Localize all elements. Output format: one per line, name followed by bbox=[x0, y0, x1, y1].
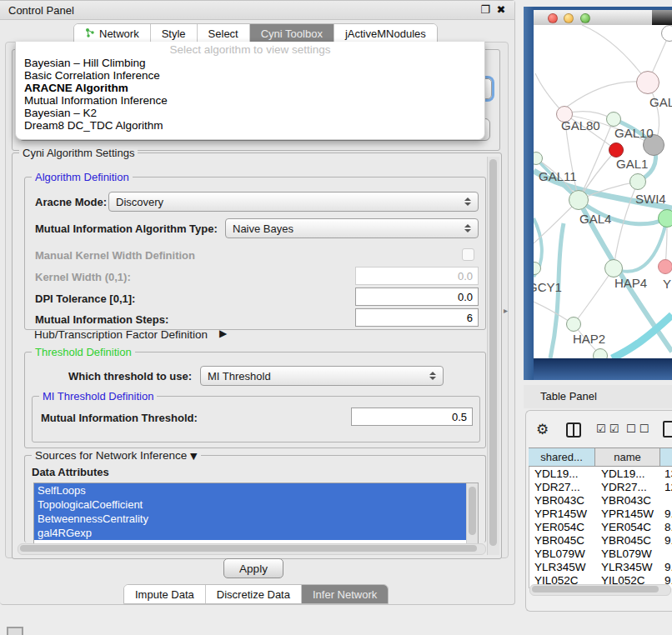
column-header-name[interactable]: name bbox=[595, 448, 660, 467]
column-header-shared-name[interactable]: shared... bbox=[529, 448, 595, 467]
select-all-checkboxes-icon[interactable]: ☑ ☑ bbox=[596, 422, 619, 435]
manual-kernel-checkbox[interactable] bbox=[462, 248, 474, 261]
hub-collapse-arrow-icon[interactable]: ▶ bbox=[219, 328, 227, 339]
data-attributes-list[interactable]: SelfLoops TopologicalCoefficient Between… bbox=[33, 482, 479, 543]
network-view-window[interactable]: GAL GAL80 GAL10 GAL11 GAL1 GAL4 SWI4 GCY… bbox=[524, 7, 672, 380]
control-panel-tabbar: Network Style Select Cyni Toolbox jActiv… bbox=[73, 23, 438, 43]
table-row[interactable]: YBR043CYBR043C bbox=[529, 494, 672, 508]
cyni-algorithm-settings-group: Cyni Algorithm Settings Algorithm Defini… bbox=[12, 152, 502, 559]
maximize-icon[interactable]: ❐ bbox=[479, 3, 492, 17]
node-swi4[interactable] bbox=[658, 209, 672, 228]
settings-horizontal-scrollbar[interactable] bbox=[18, 543, 486, 555]
table-panel-titlebar[interactable]: Table Panel bbox=[524, 385, 672, 408]
tab-impute-data[interactable]: Impute Data bbox=[124, 585, 206, 603]
hub-section-label[interactable]: Hub/Transcription Factor Definition bbox=[34, 328, 208, 341]
list-scrollbar-thumb[interactable] bbox=[469, 487, 476, 535]
tab-select[interactable]: Select bbox=[198, 24, 250, 42]
aracne-mode-combobox[interactable]: Discovery bbox=[108, 192, 479, 212]
dropdown-option[interactable]: Bayesian – Hill Climbing bbox=[24, 57, 146, 69]
export-table-icon[interactable] bbox=[663, 421, 672, 438]
window-frame-left bbox=[524, 7, 534, 380]
node-gal2[interactable] bbox=[636, 71, 659, 94]
cell-shared-name: YBR043C bbox=[534, 494, 584, 507]
list-item[interactable]: TopologicalCoefficient bbox=[34, 498, 478, 512]
node-partial-bottom[interactable] bbox=[593, 348, 608, 358]
table-row[interactable]: YBL079WYBL079W bbox=[529, 548, 672, 561]
kernel-width-input[interactable] bbox=[355, 267, 479, 285]
dropdown-option[interactable]: Mutual Information Inference bbox=[24, 94, 168, 107]
node-partial-top[interactable] bbox=[661, 25, 672, 42]
node-label: Y bbox=[663, 277, 671, 291]
kernel-width-label: Kernel Width (0,1): bbox=[35, 271, 131, 283]
zoom-traffic-light[interactable] bbox=[580, 13, 590, 23]
node-hap2[interactable] bbox=[566, 317, 581, 332]
mi-type-combobox[interactable]: Naive Bayes bbox=[225, 218, 479, 238]
node-label: GCY1 bbox=[534, 280, 562, 294]
mi-threshold-input[interactable] bbox=[351, 408, 473, 426]
mi-steps-input[interactable] bbox=[355, 308, 479, 327]
cell-shared-name: YER054C bbox=[534, 521, 584, 533]
table-row[interactable]: YER054CYER054C8. bbox=[529, 521, 672, 534]
node-gal10[interactable] bbox=[606, 112, 621, 127]
table-hscrollbar-thumb[interactable] bbox=[532, 586, 659, 592]
list-item[interactable]: BetweennessCentrality bbox=[34, 512, 478, 526]
node-label: SWI4 bbox=[635, 192, 666, 206]
tab-network[interactable]: Network bbox=[74, 24, 151, 42]
combo-arrows-icon bbox=[464, 224, 471, 232]
apply-button[interactable]: Apply bbox=[223, 558, 283, 578]
close-icon[interactable]: ✖ bbox=[494, 3, 508, 17]
table-row[interactable]: YLR345WYLR345W9. bbox=[529, 561, 672, 574]
combo-arrows-icon bbox=[429, 372, 436, 380]
network-canvas[interactable]: GAL GAL80 GAL10 GAL11 GAL1 GAL4 SWI4 GCY… bbox=[534, 25, 672, 358]
gear-icon[interactable]: ⚙ bbox=[536, 421, 549, 438]
minimized-panel-icon[interactable] bbox=[7, 627, 23, 635]
table-row[interactable]: YDL19...YDL19...13 bbox=[529, 468, 672, 481]
sources-expand-arrow-icon[interactable]: ▼ bbox=[190, 451, 197, 462]
dropdown-option[interactable]: ARACNE Algorithm bbox=[24, 82, 128, 94]
tab-style[interactable]: Style bbox=[151, 24, 198, 42]
list-item[interactable]: gal4RGexp bbox=[34, 526, 478, 540]
list-vertical-scrollbar[interactable] bbox=[466, 483, 478, 543]
table-row[interactable]: YPR145WYPR145W9. bbox=[529, 508, 672, 521]
dropdown-option[interactable]: Basic Correlation Inference bbox=[24, 69, 160, 82]
column-header-partial[interactable] bbox=[660, 448, 672, 467]
tab-infer-network-label: Infer Network bbox=[313, 588, 377, 601]
table-panel: ⚙ ☑ ☑ ☐ ☐ shared... name YDL19...YDL19..… bbox=[525, 410, 672, 612]
node-gal4[interactable] bbox=[569, 190, 589, 210]
tab-jactivemnodules[interactable]: jActiveMNodules bbox=[334, 24, 437, 42]
network-window-titlebar[interactable] bbox=[534, 10, 672, 25]
cell-name: YBR043C bbox=[601, 494, 651, 507]
table-row[interactable]: YBR045CYBR045C9. bbox=[529, 534, 672, 548]
mi-threshold-label: Mutual Information Threshold: bbox=[41, 412, 198, 424]
dpi-tolerance-input[interactable] bbox=[355, 288, 479, 306]
node-y-pink[interactable] bbox=[658, 259, 672, 274]
table-horizontal-scrollbar[interactable] bbox=[529, 584, 671, 596]
node-hap4[interactable] bbox=[604, 259, 623, 278]
sources-title[interactable]: Sources for Network Inference ▼ bbox=[32, 449, 201, 462]
dropdown-option[interactable]: Bayesian – K2 bbox=[24, 107, 97, 119]
column-chooser-icon[interactable] bbox=[566, 422, 581, 438]
settings-hscrollbar-thumb[interactable] bbox=[20, 545, 477, 552]
node-red-selected[interactable] bbox=[609, 142, 624, 158]
minimize-traffic-light[interactable] bbox=[564, 13, 574, 23]
dropdown-option[interactable]: Dream8 DC_TDC Algorithm bbox=[24, 119, 163, 132]
which-threshold-label: Which threshold to use: bbox=[68, 370, 192, 382]
settings-vscrollbar-thumb[interactable] bbox=[489, 159, 497, 546]
table-row[interactable]: YDR27...YDR27...12 bbox=[529, 481, 672, 494]
node-table[interactable]: shared... name YDL19...YDL19...13 YDR27.… bbox=[529, 448, 672, 591]
node-gal1[interactable] bbox=[629, 173, 646, 190]
tab-discretize-data[interactable]: Discretize Data bbox=[206, 585, 302, 603]
cell-name: YDL19... bbox=[601, 468, 645, 480]
cell-name: YDR27... bbox=[601, 481, 647, 493]
splitter-arrow-icon[interactable]: ▸ bbox=[504, 306, 508, 315]
deselect-all-checkboxes-icon[interactable]: ☐ ☐ bbox=[626, 422, 649, 435]
tab-cyni-toolbox-label: Cyni Toolbox bbox=[261, 28, 323, 40]
list-item[interactable]: SelfLoops bbox=[34, 483, 478, 498]
settings-vertical-scrollbar[interactable] bbox=[487, 157, 499, 555]
close-traffic-light[interactable] bbox=[548, 13, 558, 23]
control-panel-titlebar[interactable]: Control Panel ❐ ✖ bbox=[0, 1, 514, 20]
which-threshold-combobox[interactable]: MI Threshold bbox=[200, 366, 444, 386]
tab-cyni-toolbox[interactable]: Cyni Toolbox bbox=[250, 24, 334, 42]
tab-infer-network[interactable]: Infer Network bbox=[302, 585, 388, 603]
network-tab-icon bbox=[85, 28, 95, 40]
